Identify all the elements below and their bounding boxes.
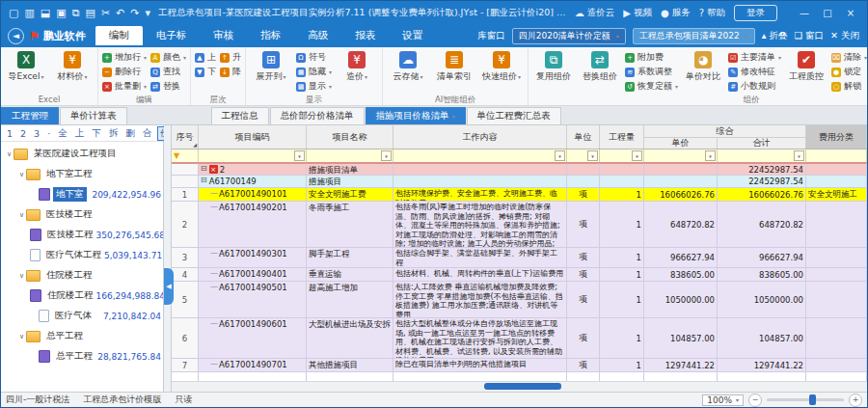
close-project-button[interactable]: ✕ 关闭 [830, 30, 859, 42]
list-template-select[interactable]: 工程总承包项目清单2022▾ [633, 28, 755, 44]
cell-quantity[interactable]: 1 [600, 248, 644, 268]
tree-toolbar-·[interactable]: · [45, 128, 52, 139]
cell-quantity[interactable]: 1 [600, 359, 644, 372]
unit-price-compare-button[interactable]: ◕单价对比 [682, 49, 724, 85]
tree-node-某医院建设工程项目[interactable]: ∨某医院建设工程项目 [1, 144, 163, 164]
color-button[interactable]: A颜色▾ [150, 51, 186, 64]
hide-button[interactable]: ▦隐藏▾ [296, 66, 332, 78]
tree-toolbar-合[interactable]: 合 [141, 127, 154, 140]
tab-单位工程费汇总表[interactable]: 单位工程费汇总表 [467, 107, 561, 124]
export-excel-button[interactable]: X导Excel▾ [5, 49, 47, 85]
paste-icon[interactable]: ▤ [85, 7, 95, 19]
tree-node-总平工程[interactable]: 总平工程28,821,765.84 [1, 346, 163, 367]
cell-unit-price[interactable]: 648720.82 [644, 202, 718, 248]
splitter-collapse-handle[interactable]: ◀ [164, 268, 174, 305]
cell-unit[interactable]: 项 [567, 268, 600, 282]
cell-name[interactable]: 冬雨季施工 [307, 202, 393, 248]
cell-total[interactable]: 16066026.76 [718, 188, 806, 202]
cell-name[interactable]: 大型机械进出场及安拆 [307, 318, 393, 359]
cell-unit[interactable]: 项 [567, 188, 600, 202]
redo-icon[interactable]: ↷ [130, 7, 139, 19]
list-index-button[interactable]: ≣清单索引 [433, 49, 475, 85]
add-row-button[interactable]: +增加行▾ [102, 51, 147, 64]
cell-unit[interactable]: 项 [567, 282, 600, 318]
cell-seq[interactable]: 6 [172, 318, 199, 359]
cell-unit[interactable] [567, 176, 600, 188]
filter-cell[interactable] [806, 150, 867, 162]
back-button[interactable]: ◄ [8, 28, 24, 44]
service-button[interactable]: ●服务 [661, 7, 691, 19]
tree-node-医技楼工程[interactable]: ∨医技楼工程 [1, 204, 163, 225]
cell-work-content[interactable] [393, 163, 567, 176]
table-row[interactable]: 4—A617001490401垂直运输包括材料、机械、周转构件的垂直(上下)运输… [172, 268, 867, 282]
cell-total[interactable]: 22452987.54 [718, 163, 806, 176]
cell-work-content[interactable]: 除已在项目清单中列明的其他措施项目 [393, 359, 567, 372]
cell-fee-category[interactable] [806, 359, 867, 372]
cell-seq[interactable]: 5 [172, 282, 199, 318]
cell-name[interactable]: 垂直运输 [307, 268, 393, 282]
cell-fee-category[interactable] [806, 372, 867, 381]
cell-unit[interactable] [567, 372, 600, 381]
cell-quantity[interactable]: 1 [600, 202, 644, 248]
tree-node-总平工程[interactable]: ∨总平工程 [1, 326, 163, 346]
tree-toolbar-全[interactable]: 全 [56, 127, 69, 140]
filter-dropdown-icon[interactable]: ▾ [794, 150, 804, 161]
tree-toolbar-1[interactable]: 1 [5, 128, 14, 139]
tab-工程管理[interactable]: 工程管理 [1, 107, 59, 124]
filter-cell[interactable]: ▾ [393, 150, 567, 162]
cell-name[interactable]: 措施项目清单 [307, 163, 393, 176]
cell-quantity[interactable]: 1 [600, 282, 644, 318]
horizontal-scrollbar[interactable] [172, 381, 867, 392]
tree-toolbar-拆[interactable]: 拆 [107, 127, 121, 140]
tab-单价计算表[interactable]: 单价计算表 [60, 107, 127, 124]
panel-splitter[interactable]: ◀ [164, 125, 172, 392]
ribbon-tab-指标[interactable]: 指标 [247, 26, 294, 45]
cell-name[interactable]: 其他措施项目 [307, 359, 393, 372]
filter-dropdown-icon[interactable]: ▾ [632, 150, 642, 161]
cost-button[interactable]: ¥造价▾ [336, 49, 378, 85]
zoom-out-button[interactable]: − [748, 394, 762, 407]
cell-fee-category[interactable] [806, 318, 867, 359]
ribbon-tab-高级[interactable]: 高级 [294, 26, 341, 45]
tree-toolbar-上[interactable]: 上 [73, 127, 87, 140]
cell-fee-category[interactable] [806, 268, 867, 282]
cell-total[interactable]: 22452987.54 [718, 176, 806, 188]
filter-dropdown-icon[interactable]: ▾ [381, 150, 392, 161]
cell-code[interactable]: —A617001490701 [199, 359, 307, 372]
unlock-button[interactable]: ○解锁 [831, 80, 867, 93]
help-button[interactable]: ?帮助 [699, 7, 725, 19]
quota-standard-select[interactable]: 四川2020清单计价定额▾ [512, 28, 626, 44]
cell-name[interactable]: 超高施工增加 [307, 282, 393, 318]
cell-quantity[interactable] [600, 372, 644, 381]
batch-delete-button[interactable]: ×批量删▾ [102, 80, 147, 93]
cell-seq[interactable] [172, 176, 199, 188]
coefficient-adjust-button[interactable]: ≋系数调整 [625, 66, 678, 78]
cell-total[interactable]: 1297441.22 [718, 359, 806, 372]
cell-seq[interactable] [172, 163, 199, 176]
cell-seq[interactable] [172, 372, 199, 381]
tab-总价部分价格清单[interactable]: 总价部分价格清单 [270, 107, 365, 124]
tree-node-地下室工程[interactable]: ∨地下室工程 [1, 164, 163, 184]
cell-fee-category[interactable] [806, 282, 867, 318]
quality-control-button[interactable]: ✔工程质控 [785, 49, 827, 85]
cell-name[interactable] [307, 372, 393, 381]
zoom-level-select[interactable]: 100% ▾ [702, 394, 744, 406]
quick-pricing-button[interactable]: ¥快速组价▾ [479, 49, 524, 85]
filter-cell[interactable]: ▾ [600, 150, 644, 162]
cell-seq[interactable]: 2 [172, 202, 199, 248]
table-row[interactable]: ⊟×2措施项目清单22452987.54 [172, 163, 867, 176]
maximize-button[interactable]: □ [817, 8, 838, 18]
ribbon-tab-审核[interactable]: 审核 [200, 26, 247, 45]
cell-unit-price[interactable] [644, 163, 718, 176]
level-down-button[interactable]: ↓降 [220, 66, 241, 78]
material-price-button[interactable]: ¥材料价▾ [51, 49, 94, 85]
window-button[interactable]: ❏ 窗口 [794, 30, 824, 42]
tab-措施项目价格清单[interactable]: 措施项目价格清单▾ [366, 107, 466, 124]
cell-total[interactable]: 966627.94 [718, 248, 806, 268]
main-list-button[interactable]: ☑主要清单▾ [728, 51, 781, 64]
cell-name[interactable]: 措施项目 [307, 176, 393, 188]
cell-work-content[interactable]: 包括综合脚手架、满堂基础脚手架、外脚手架工程 [393, 248, 567, 268]
cell-work-content[interactable]: 包括环境保护费、安全施工费、文明施工费、临时设施费 [393, 188, 567, 202]
open-file-icon[interactable]: ▥ [24, 7, 34, 19]
tree-toolbar-删[interactable]: 删 [123, 127, 137, 140]
